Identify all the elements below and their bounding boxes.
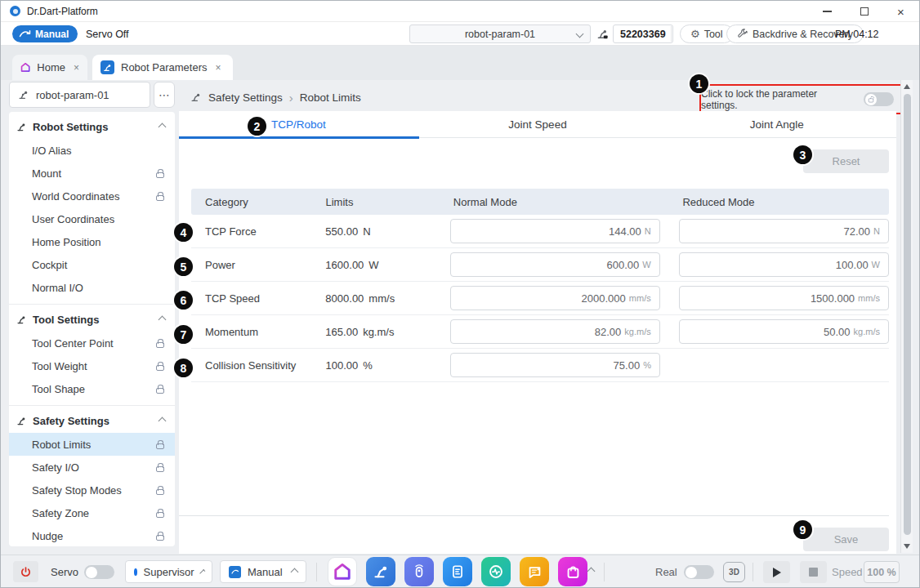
input-unit: N <box>645 226 651 236</box>
input-value: 144.00 <box>609 225 641 238</box>
sidebar-item-robot-limits[interactable]: Robot Limits <box>9 433 175 456</box>
mode-dropdown[interactable]: Manual <box>220 560 306 583</box>
sidebar-item-io-alias[interactable]: I/O Alias <box>9 139 175 162</box>
save-button[interactable]: Save <box>803 528 889 551</box>
servo-toggle[interactable] <box>84 565 114 579</box>
limit-value: 100.00 <box>325 359 358 372</box>
robot-limits-panel: TCP/Robot Joint Speed Joint Angle Reset … <box>179 111 896 554</box>
input-unit: W <box>642 260 650 270</box>
normal-mode-input[interactable]: 2000.000mm/s <box>450 286 660 310</box>
store-app-icon[interactable] <box>558 557 587 586</box>
sidebar-item-normal-io[interactable]: Normal I/O <box>9 276 175 299</box>
reduced-mode-input[interactable]: 50.00kg.m/s <box>679 319 889 344</box>
real-mode-toggle[interactable] <box>684 565 714 579</box>
vertical-scrollbar[interactable] <box>900 80 913 553</box>
sidebar-item-safety-stop-modes[interactable]: Safety Stop Modes <box>9 479 175 501</box>
input-value: 50.00 <box>824 326 851 338</box>
section-header-safety-settings[interactable]: Safety Settings <box>9 408 175 433</box>
dock-collapse-icon[interactable] <box>587 568 596 576</box>
item-label: User Coordinates <box>32 213 114 225</box>
footer-divider <box>604 563 605 581</box>
minimize-button[interactable] <box>809 1 846 22</box>
close-button[interactable]: × <box>882 1 919 22</box>
hand-guide-icon <box>19 29 31 38</box>
normal-mode-input[interactable]: 75.00% <box>450 353 660 377</box>
tab-home-close-icon[interactable]: × <box>74 62 79 74</box>
play-button[interactable] <box>763 561 790 583</box>
power-button[interactable] <box>13 561 38 582</box>
reduced-mode-input[interactable]: 100.00W <box>679 252 889 277</box>
section-header-robot-settings[interactable]: Robot Settings <box>9 114 175 139</box>
header-limits: Limits <box>325 196 446 208</box>
limit-value: 1600.00 <box>325 259 364 271</box>
home-app-icon[interactable] <box>328 557 357 586</box>
sidebar-item-nudge[interactable]: Nudge <box>9 524 175 546</box>
wrench-icon <box>737 29 748 39</box>
breadcrumb-separator-icon: › <box>289 91 293 105</box>
serial-number-value: 52203369 <box>613 24 673 43</box>
more-icon: ⋯ <box>159 88 170 101</box>
tab-home-label: Home <box>37 61 65 74</box>
sidebar-item-safety-io[interactable]: Safety I/O <box>9 456 175 479</box>
reduced-mode-input[interactable]: 72.00N <box>679 219 889 243</box>
sidebar-item-home-position[interactable]: Home Position <box>9 230 175 253</box>
tab-robot-parameters-close-icon[interactable]: × <box>216 62 221 74</box>
robot-params-app-icon[interactable] <box>366 557 395 586</box>
normal-mode-input[interactable]: 144.00N <box>450 219 660 243</box>
task-editor-app-icon[interactable] <box>443 557 472 586</box>
jog-remote-app-icon[interactable] <box>404 557 434 586</box>
sidebar-item-mount[interactable]: Mount <box>9 162 175 185</box>
monitoring-app-icon[interactable] <box>481 557 511 586</box>
tab-joint-angle[interactable]: Joint Angle <box>657 111 896 137</box>
sidebar-item-safety-zone[interactable]: Safety Zone <box>9 501 175 524</box>
reduced-mode-input[interactable]: 1500.000mm/s <box>679 286 889 310</box>
reset-button[interactable]: Reset <box>803 149 889 173</box>
breadcrumb-current: Robot Limits <box>300 91 361 104</box>
sidebar-item-cockpit[interactable]: Cockpit <box>9 253 175 276</box>
sidebar-more-button[interactable]: ⋯ <box>154 82 175 108</box>
maximize-button[interactable] <box>846 1 882 22</box>
tab-robot-parameters[interactable]: Robot Parameters × <box>92 55 233 80</box>
stop-button[interactable] <box>800 561 827 583</box>
speed-label: Speed <box>832 555 863 588</box>
lock-parameter-toggle[interactable] <box>864 92 894 106</box>
limit-value: 550.00 <box>325 225 358 238</box>
sidebar-param-name[interactable]: robot-param-01 <box>9 82 150 108</box>
section-header-tool-settings[interactable]: Tool Settings <box>9 307 175 332</box>
sidebar-item-user-coordinates[interactable]: User Coordinates <box>9 207 175 230</box>
tool-button[interactable]: ⚙ Tool <box>680 24 734 43</box>
sidebar-item-tool-shape[interactable]: Tool Shape <box>9 377 175 400</box>
speed-value-box[interactable]: 100 % <box>864 561 900 583</box>
sidebar: Robot Settings I/O Alias Mount World Coo… <box>9 112 175 546</box>
tab-home[interactable]: Home × <box>12 55 87 80</box>
lock-parameter-hint: Click to lock the parameter settings. <box>701 88 856 111</box>
item-label: Home Position <box>32 236 101 248</box>
sidebar-section-safety-settings: Safety Settings Robot Limits Safety I/O … <box>9 406 175 546</box>
scrollbar-thumb[interactable] <box>904 94 911 535</box>
save-divider <box>179 515 889 516</box>
normal-mode-input[interactable]: 82.00kg.m/s <box>450 319 660 344</box>
sidebar-item-tool-weight[interactable]: Tool Weight <box>9 354 175 377</box>
tab-tcp-robot[interactable]: TCP/Robot <box>179 111 418 137</box>
window-controls: × <box>809 1 919 22</box>
normal-mode-input[interactable]: 600.00W <box>450 252 660 277</box>
tab-joint-speed[interactable]: Joint Speed <box>418 111 658 137</box>
role-dropdown[interactable]: Supervisor <box>125 560 212 583</box>
limits-table: Category Limits Normal Mode Reduced Mode… <box>191 189 889 382</box>
section-title: Safety Settings <box>33 415 109 427</box>
robot-icon <box>16 416 27 426</box>
operation-mode-button[interactable]: Manual <box>12 25 78 42</box>
input-unit: kg.m/s <box>854 327 880 336</box>
sidebar-item-world-coordinates[interactable]: World Coordinates <box>9 185 175 207</box>
scroll-up-icon[interactable] <box>904 84 910 89</box>
sidebar-section-robot-settings: Robot Settings I/O Alias Mount World Coo… <box>9 112 175 305</box>
3d-view-button[interactable]: 3D <box>723 562 745 582</box>
sidebar-item-tool-center-point[interactable]: Tool Center Point <box>9 332 175 354</box>
minimize-icon <box>823 11 832 12</box>
scroll-down-icon[interactable] <box>904 544 910 549</box>
message-app-icon[interactable] <box>520 557 549 586</box>
annotation-badge-9: 9 <box>793 520 812 539</box>
parameter-set-dropdown[interactable]: robot-param-01 <box>409 24 591 43</box>
breadcrumb-parent[interactable]: Safety Settings <box>208 91 283 104</box>
input-unit: kg.m/s <box>624 327 650 336</box>
